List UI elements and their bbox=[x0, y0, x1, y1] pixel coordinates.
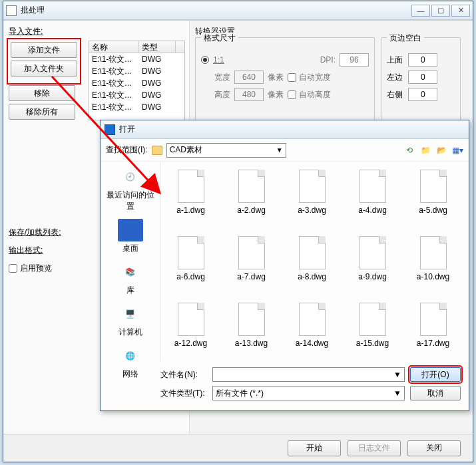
remove-button[interactable]: 移除 bbox=[9, 85, 75, 101]
dpi-input[interactable]: 96 bbox=[340, 53, 369, 67]
table-row[interactable]: E:\1-软文...DWG bbox=[89, 65, 184, 77]
cad-icon bbox=[105, 124, 115, 135]
file-name: a-12.dwg bbox=[174, 339, 207, 348]
width-input[interactable]: 640 bbox=[234, 71, 264, 84]
file-item[interactable]: a-8.dwg bbox=[283, 232, 341, 296]
file-item[interactable]: a-6.dwg bbox=[162, 232, 220, 296]
open-dialog-title: 打开 bbox=[119, 124, 135, 135]
document-icon bbox=[178, 303, 204, 336]
titlebar[interactable]: 批处理 — ▢ ✕ bbox=[3, 1, 473, 20]
folder-icon bbox=[152, 146, 162, 155]
height-unit: 像素 bbox=[268, 89, 284, 100]
save-list-label: 保存/加载列表: bbox=[9, 227, 95, 238]
filename-input[interactable]: ▼ bbox=[212, 367, 405, 382]
auto-height-checkbox[interactable]: 自动高度 bbox=[288, 89, 331, 100]
log-button[interactable]: 日志文件 bbox=[348, 440, 401, 456]
lookin-value: CAD素材 bbox=[170, 144, 202, 156]
document-icon bbox=[238, 303, 265, 336]
file-name: a-5.dwg bbox=[419, 206, 447, 215]
file-list[interactable]: 名称 类型 E:\1-软文...DWGE:\1-软文...DWGE:\1-软文.… bbox=[89, 41, 185, 120]
col-type[interactable]: 类型 bbox=[139, 41, 176, 53]
file-item[interactable]: a-9.dwg bbox=[344, 232, 401, 296]
ratio-radio[interactable] bbox=[201, 56, 209, 64]
file-item[interactable]: a-3.dwg bbox=[283, 166, 341, 230]
file-name: a-15.dwg bbox=[356, 339, 389, 348]
file-item[interactable]: a-1.dwg bbox=[162, 166, 220, 230]
ratio-label: 1:1 bbox=[213, 55, 224, 65]
file-item[interactable]: a-5.dwg bbox=[404, 166, 462, 230]
close-button[interactable]: ✕ bbox=[451, 5, 470, 17]
document-icon bbox=[359, 236, 386, 269]
place-recent[interactable]: 🕘最近访问的位置 bbox=[104, 166, 157, 212]
auto-width-checkbox[interactable]: 自动宽度 bbox=[288, 72, 331, 83]
enable-preview-input[interactable] bbox=[9, 264, 17, 273]
table-row[interactable]: E:\1-软文...DWG bbox=[89, 53, 184, 65]
file-item[interactable]: a-14.dwg bbox=[283, 299, 341, 361]
chevron-down-icon: ▼ bbox=[276, 146, 283, 154]
file-item[interactable]: a-12.dwg bbox=[162, 299, 220, 361]
place-desktop[interactable]: 桌面 bbox=[104, 219, 157, 254]
file-name: a-2.dwg bbox=[237, 206, 266, 215]
cancel-button[interactable]: 取消 bbox=[410, 386, 461, 400]
file-item[interactable]: a-15.dwg bbox=[344, 299, 401, 361]
maximize-button[interactable]: ▢ bbox=[431, 5, 450, 17]
back-icon[interactable]: ⟲ bbox=[403, 144, 415, 156]
add-folder-button[interactable]: 加入文件夹 bbox=[11, 61, 77, 77]
new-folder-icon[interactable]: 📂 bbox=[435, 144, 447, 156]
chevron-down-icon: ▼ bbox=[393, 370, 401, 379]
file-browser[interactable]: a-1.dwga-2.dwga-3.dwga-4.dwga-5.dwga-6.d… bbox=[160, 162, 463, 361]
height-input[interactable]: 480 bbox=[234, 88, 264, 101]
document-icon bbox=[299, 303, 326, 336]
margin-left-label: 左边 bbox=[387, 72, 403, 83]
open-dialog: 打开 查找范围(I): CAD素材 ▼ ⟲ 📁 📂 ▦▾ 🕘最近访问的位置 桌面… bbox=[100, 120, 469, 411]
add-file-button[interactable]: 添加文件 bbox=[11, 42, 77, 58]
document-icon bbox=[420, 303, 447, 336]
place-computer[interactable]: 🖥️计算机 bbox=[104, 303, 157, 338]
place-libraries[interactable]: 📚库 bbox=[104, 261, 157, 296]
col-name[interactable]: 名称 bbox=[89, 41, 139, 53]
document-icon bbox=[238, 170, 265, 203]
file-name: a-6.dwg bbox=[176, 272, 205, 281]
open-dialog-toolbar: 查找范围(I): CAD素材 ▼ ⟲ 📁 📂 ▦▾ bbox=[101, 139, 469, 162]
lookin-label: 查找范围(I): bbox=[106, 144, 148, 156]
table-row[interactable]: E:\1-软文...DWG bbox=[89, 89, 184, 101]
file-name: a-7.dwg bbox=[237, 272, 266, 281]
filetype-label: 文件类型(T): bbox=[160, 388, 207, 399]
file-name: a-4.dwg bbox=[358, 206, 387, 215]
app-icon bbox=[6, 5, 17, 16]
table-row[interactable]: E:\1-软文...DWG bbox=[89, 101, 184, 113]
file-name: a-10.dwg bbox=[417, 272, 449, 281]
open-dialog-fields: 文件名(N): ▼ 打开(O) 文件类型(T): 所有文件 (*.*) ▼ 取消 bbox=[160, 365, 463, 405]
up-folder-icon[interactable]: 📁 bbox=[419, 144, 431, 156]
document-icon bbox=[178, 170, 204, 203]
file-item[interactable]: a-10.dwg bbox=[404, 232, 462, 296]
document-icon bbox=[178, 236, 204, 269]
minimize-button[interactable]: — bbox=[411, 5, 430, 17]
file-name: a-1.dwg bbox=[176, 206, 205, 215]
view-menu-icon[interactable]: ▦▾ bbox=[451, 144, 463, 156]
margin-right-label: 右侧 bbox=[387, 89, 403, 100]
document-icon bbox=[299, 170, 326, 203]
filetype-combo[interactable]: 所有文件 (*.*) ▼ bbox=[212, 386, 405, 400]
close-main-button[interactable]: 关闭 bbox=[407, 440, 461, 456]
places-bar: 🕘最近访问的位置 桌面 📚库 🖥️计算机 🌐网络 bbox=[101, 162, 160, 361]
chevron-down-icon: ▼ bbox=[393, 388, 401, 398]
table-row[interactable]: E:\1-软文...DWG bbox=[89, 77, 184, 89]
file-item[interactable]: a-4.dwg bbox=[344, 166, 401, 230]
margin-right-input[interactable]: 0 bbox=[408, 88, 437, 101]
remove-all-button[interactable]: 移除所有 bbox=[9, 104, 75, 120]
file-name: a-13.dwg bbox=[235, 339, 268, 348]
document-icon bbox=[299, 236, 326, 269]
file-item[interactable]: a-17.dwg bbox=[404, 299, 462, 361]
lookin-combo[interactable]: CAD素材 ▼ bbox=[166, 143, 286, 158]
margin-top-input[interactable]: 0 bbox=[408, 53, 437, 67]
open-button[interactable]: 打开(O) bbox=[410, 367, 461, 382]
start-button[interactable]: 开始 bbox=[288, 440, 341, 456]
place-network[interactable]: 🌐网络 bbox=[104, 345, 157, 380]
file-item[interactable]: a-2.dwg bbox=[222, 166, 280, 230]
enable-preview-checkbox[interactable]: 启用预览 bbox=[9, 263, 52, 274]
file-item[interactable]: a-7.dwg bbox=[222, 232, 280, 296]
file-item[interactable]: a-13.dwg bbox=[222, 299, 280, 361]
open-dialog-titlebar[interactable]: 打开 bbox=[101, 120, 469, 139]
margin-left-input[interactable]: 0 bbox=[408, 71, 437, 84]
